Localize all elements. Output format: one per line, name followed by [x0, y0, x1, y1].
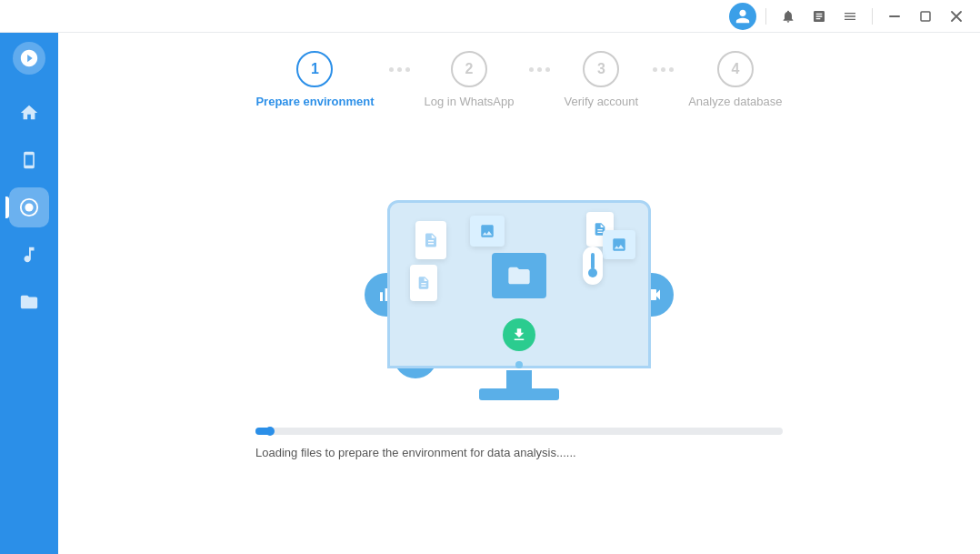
doc-icon-1 [415, 221, 446, 259]
sidebar-item-whatsapp[interactable] [9, 187, 49, 227]
divider2 [872, 8, 873, 25]
photo-icon-2 [603, 230, 635, 259]
doc-icon-3 [410, 265, 437, 301]
progress-bar-track [255, 428, 783, 435]
notification-icon[interactable] [775, 4, 801, 29]
step-dots-1 [389, 67, 410, 72]
illustration-area: Loading files to prepare the environment… [58, 123, 980, 554]
step-4-circle: 4 [717, 51, 754, 87]
step-1-label: Prepare environment [255, 95, 374, 108]
step-3-circle: 3 [583, 51, 619, 87]
main-layout: 1 Prepare environment 2 Log in WhatsApp [0, 33, 980, 554]
minimize-button[interactable] [882, 4, 907, 29]
dot [545, 67, 550, 72]
tool-icon [583, 247, 603, 285]
step-1-circle: 1 [296, 51, 333, 87]
step-1: 1 Prepare environment [255, 51, 374, 108]
step-2: 2 Log in WhatsApp [425, 51, 515, 108]
step-4-label: Analyze database [688, 95, 782, 108]
download-button [503, 318, 535, 351]
monitor-base-assembly [479, 361, 559, 400]
steps-header: 1 Prepare environment 2 Log in WhatsApp [58, 33, 980, 123]
step-4: 4 Analyze database [688, 51, 782, 108]
sidebar-item-music[interactable] [9, 235, 49, 275]
dot [405, 67, 410, 72]
dot [389, 67, 394, 72]
step-3: 3 Verify account [565, 51, 639, 108]
sidebar-item-device[interactable] [9, 140, 49, 180]
dot [661, 67, 665, 72]
svg-rect-4 [591, 253, 595, 269]
sidebar-item-home[interactable] [9, 93, 49, 133]
progress-bar-fill [255, 428, 271, 435]
progress-section: Loading files to prepare the environment… [246, 428, 792, 459]
maximize-button[interactable] [913, 4, 938, 29]
step-2-label: Log in WhatsApp [425, 95, 515, 108]
app-logo[interactable] [13, 42, 45, 75]
user-avatar[interactable] [729, 3, 756, 30]
sidebar [0, 33, 58, 554]
sidebar-item-files[interactable] [9, 282, 49, 322]
title-bar [0, 0, 980, 33]
progress-status-text: Loading files to prepare the environment… [255, 446, 783, 459]
monitor-illustration [346, 200, 692, 400]
svg-rect-1 [921, 12, 930, 21]
step-2-circle: 2 [451, 51, 487, 87]
step-3-label: Verify account [565, 95, 639, 108]
folder-icon [492, 253, 546, 298]
dot [537, 67, 542, 72]
dot [529, 67, 534, 72]
dot [653, 67, 657, 72]
notes-icon[interactable] [806, 4, 832, 29]
title-bar-controls [729, 3, 969, 30]
dot [397, 67, 402, 72]
step-dots-2 [529, 67, 550, 72]
menu-icon[interactable] [837, 4, 863, 29]
content-area: 1 Prepare environment 2 Log in WhatsApp [58, 33, 980, 554]
monitor-screen [387, 200, 651, 368]
step-dots-3 [653, 67, 674, 72]
svg-point-3 [25, 203, 33, 211]
photo-icon-1 [470, 216, 505, 247]
svg-point-5 [588, 268, 597, 277]
svg-rect-0 [889, 15, 900, 17]
close-button[interactable] [944, 4, 969, 29]
dot [669, 67, 674, 72]
divider [765, 8, 766, 25]
